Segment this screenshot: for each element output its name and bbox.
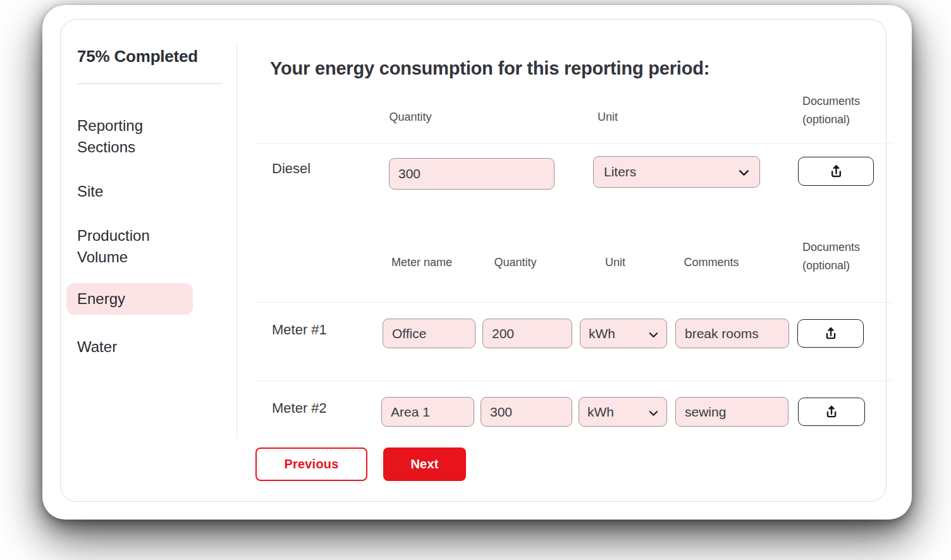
selected-unit: Liters <box>604 164 636 180</box>
selected-unit: kWh <box>587 405 614 420</box>
meter2-name-input[interactable] <box>381 397 474 427</box>
meter1-comments-input[interactable] <box>675 319 789 348</box>
meter-col-documents: Documents (optional) <box>802 238 885 275</box>
fuel-col-quantity: Quantity <box>372 111 448 124</box>
sidebar-item-site[interactable]: Site <box>77 181 103 202</box>
meter1-quantity-input[interactable] <box>482 319 572 348</box>
form-card: 75% Completed Reporting Sections Site Pr… <box>42 5 912 520</box>
sidebar-divider <box>236 44 237 439</box>
sidebar-item-water[interactable]: Water <box>77 336 117 358</box>
sidebar-item-label: Energy <box>66 283 193 315</box>
meter2-comments-input[interactable] <box>675 397 788 427</box>
progress-label: 75% Completed <box>77 47 198 66</box>
sidebar-item-reporting-sections[interactable]: Reporting Sections <box>77 115 188 158</box>
sidebar-item-label: Site <box>77 183 103 200</box>
sidebar-item-label: Reporting Sections <box>77 117 143 155</box>
selected-unit: kWh <box>589 326 615 341</box>
meter-table-divider <box>256 302 892 303</box>
next-button[interactable]: Next <box>383 447 466 481</box>
upload-icon <box>823 324 839 343</box>
meter-row-label: Meter #1 <box>272 322 327 338</box>
meter-row-label: Meter #2 <box>272 400 327 417</box>
chevron-down-icon <box>649 326 658 341</box>
previous-button[interactable]: Previous <box>255 447 367 481</box>
sidebar-item-production-volume[interactable]: Production Volume <box>77 225 197 268</box>
meter2-quantity-input[interactable] <box>481 397 572 427</box>
meter-row-divider <box>256 380 892 381</box>
chevron-down-icon <box>739 164 749 180</box>
meter2-unit-select[interactable]: kWh <box>579 397 667 427</box>
meter-col-comments: Comments <box>673 256 749 269</box>
diesel-unit-select[interactable]: Liters <box>593 156 760 188</box>
meter1-upload-button[interactable] <box>797 319 864 348</box>
meter-col-quantity: Quantity <box>477 256 553 269</box>
meter1-name-input[interactable] <box>383 319 476 348</box>
sidebar-item-label: Water <box>77 338 117 355</box>
fuel-row-label: Diesel <box>272 161 310 177</box>
diesel-upload-button[interactable] <box>798 157 874 186</box>
page-title: Your energy consumption for this reporti… <box>270 58 839 79</box>
fuel-col-unit: Unit <box>576 111 639 124</box>
upload-icon <box>828 162 845 181</box>
meter-col-unit: Unit <box>584 256 647 269</box>
sidebar-item-label: Production Volume <box>77 227 150 265</box>
fuel-table-divider <box>256 143 892 144</box>
fuel-col-documents: Documents (optional) <box>802 92 885 129</box>
diesel-quantity-input[interactable] <box>389 158 555 190</box>
meter-col-name: Meter name <box>377 256 466 269</box>
sidebar-item-energy[interactable]: Energy <box>66 283 193 315</box>
meter1-unit-select[interactable]: kWh <box>580 319 667 348</box>
chevron-down-icon <box>649 405 658 420</box>
upload-icon <box>823 403 840 421</box>
progress-divider <box>77 83 223 84</box>
meter2-upload-button[interactable] <box>798 398 865 426</box>
